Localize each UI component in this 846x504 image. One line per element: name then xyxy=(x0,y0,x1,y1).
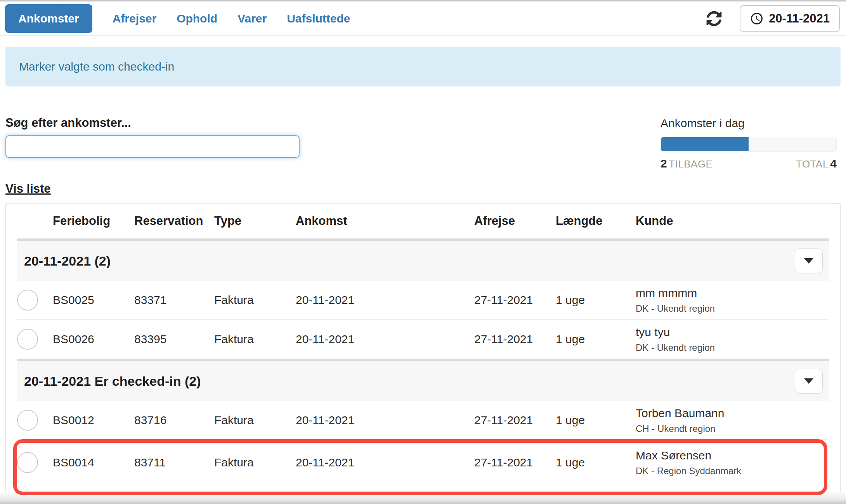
window-bottom-edge xyxy=(0,492,846,504)
column-header-afrejse: Afrejse xyxy=(474,214,556,228)
kunde-name: Torben Baumann xyxy=(636,407,829,420)
group-title: 20-11-2021 (2) xyxy=(24,254,111,269)
cell-laengde: 1 uge xyxy=(556,293,636,307)
cell-type: Faktura xyxy=(214,414,296,427)
cell-feriebolig: BS0026 xyxy=(53,333,134,346)
search-label: Søg efter ankomster... xyxy=(5,116,300,130)
remaining-label: TILBAGE xyxy=(669,158,713,170)
cell-ankomst: 20-11-2021 xyxy=(296,293,474,307)
cell-kunde: Torben Baumann CH - Ukendt region xyxy=(636,407,829,434)
tab-varer[interactable]: Varer xyxy=(238,12,267,25)
table-row[interactable]: BS0026 83395 Faktura 20-11-2021 27-11-20… xyxy=(17,320,829,359)
cell-ankomst: 20-11-2021 xyxy=(296,414,474,427)
topbar: Ankomster Afrejser Ophold Varer Uafslutt… xyxy=(0,2,846,36)
date-picker-button[interactable]: 20-11-2021 xyxy=(740,5,840,32)
table-row[interactable]: BS0012 83716 Faktura 20-11-2021 27-11-20… xyxy=(17,401,829,440)
cell-type: Faktura xyxy=(214,333,296,346)
cell-feriebolig: BS0014 xyxy=(53,456,134,469)
kunde-region: DK - Ukendt region xyxy=(636,303,829,314)
cell-reservation: 83395 xyxy=(134,333,214,346)
date-label: 20-11-2021 xyxy=(769,12,830,26)
cell-feriebolig: BS0012 xyxy=(53,414,134,427)
mark-checked-in-banner[interactable]: Marker valgte som checked-in xyxy=(5,47,841,86)
cell-reservation: 83716 xyxy=(134,414,214,427)
clock-icon xyxy=(750,12,764,26)
cell-reservation: 83711 xyxy=(134,456,214,469)
arrivals-progress-bar xyxy=(661,137,837,152)
column-header-feriebolig: Feriebolig xyxy=(53,214,134,228)
topbar-right: 20-11-2021 xyxy=(706,5,840,32)
column-header-kunde: Kunde xyxy=(636,214,829,228)
cell-laengde: 1 uge xyxy=(556,456,636,469)
kunde-name: Max Sørensen xyxy=(636,449,829,462)
cell-kunde: mm mmmm DK - Ukendt region xyxy=(636,287,829,314)
column-header-laengde: Længde xyxy=(556,214,636,228)
refresh-icon xyxy=(706,11,722,26)
remaining-stat: 2 TILBAGE xyxy=(661,157,713,170)
cell-type: Faktura xyxy=(214,293,296,307)
cell-ankomst: 20-11-2021 xyxy=(296,333,474,346)
cell-kunde: tyu tyu DK - Ukendt region xyxy=(636,326,829,353)
remaining-value: 2 xyxy=(661,157,667,170)
tab-ophold[interactable]: Ophold xyxy=(177,12,217,25)
total-label: TOTAL xyxy=(796,158,829,170)
cell-afrejse: 27-11-2021 xyxy=(474,293,556,307)
cell-afrejse: 27-11-2021 xyxy=(474,414,556,427)
kunde-region: DK - Region Syddanmark xyxy=(636,466,829,476)
controls-row: Søg efter ankomster... Ankomster i dag 2… xyxy=(5,116,837,170)
arrivals-progress-stats: 2 TILBAGE TOTAL 4 xyxy=(661,157,837,170)
refresh-button[interactable] xyxy=(706,11,722,26)
tab-ankomster[interactable]: Ankomster xyxy=(5,4,92,33)
search-input[interactable] xyxy=(5,135,300,158)
cell-laengde: 1 uge xyxy=(556,414,636,427)
cell-afrejse: 27-11-2021 xyxy=(474,456,556,469)
cell-laengde: 1 uge xyxy=(556,333,636,346)
cell-type: Faktura xyxy=(214,456,296,469)
total-value: 4 xyxy=(830,157,837,170)
cell-reservation: 83371 xyxy=(134,293,214,307)
table-row-highlighted[interactable]: BS0014 83711 Faktura 20-11-2021 27-11-20… xyxy=(17,440,829,498)
collapse-toggle-button[interactable] xyxy=(795,369,823,394)
column-header-reservation: Reservation xyxy=(134,214,214,228)
kunde-region: CH - Ukendt region xyxy=(636,423,829,434)
group-header-checked-in: 20-11-2021 Er checked-in (2) xyxy=(17,361,829,401)
tab-afrejser[interactable]: Afrejser xyxy=(113,12,156,25)
kunde-name: tyu tyu xyxy=(636,326,829,339)
cell-kunde: Max Sørensen DK - Region Syddanmark xyxy=(636,449,829,476)
cell-feriebolig: BS0025 xyxy=(53,293,134,307)
group-header-arrivals: 20-11-2021 (2) xyxy=(17,241,829,281)
collapse-toggle-button[interactable] xyxy=(795,249,823,273)
cell-ankomst: 20-11-2021 xyxy=(296,456,474,469)
tab-uafsluttede[interactable]: Uafsluttede xyxy=(287,12,350,25)
row-select-circle[interactable] xyxy=(17,329,38,350)
kunde-region: DK - Ukendt region xyxy=(636,342,829,353)
column-header-ankomst: Ankomst xyxy=(296,214,474,228)
total-stat: TOTAL 4 xyxy=(796,157,837,170)
arrivals-table-card: Feriebolig Reservation Type Ankomst Afre… xyxy=(5,203,841,502)
cell-afrejse: 27-11-2021 xyxy=(474,333,556,346)
search-block: Søg efter ankomster... xyxy=(5,116,300,158)
show-list-link[interactable]: Vis liste xyxy=(5,182,51,196)
caret-down-icon xyxy=(804,378,813,384)
row-select-circle[interactable] xyxy=(17,410,38,431)
banner-label: Marker valgte som checked-in xyxy=(19,60,174,73)
group-title: 20-11-2021 Er checked-in (2) xyxy=(24,374,201,389)
caret-down-icon xyxy=(804,258,813,264)
arrivals-today-widget: Ankomster i dag 2 TILBAGE TOTAL 4 xyxy=(661,116,837,170)
table-row[interactable]: BS0025 83371 Faktura 20-11-2021 27-11-20… xyxy=(17,281,829,320)
column-header-type: Type xyxy=(214,214,296,228)
row-select-circle[interactable] xyxy=(17,290,38,311)
kunde-name: mm mmmm xyxy=(636,287,829,300)
arrivals-progress-fill xyxy=(661,137,749,151)
table-header-row: Feriebolig Reservation Type Ankomst Afre… xyxy=(17,204,829,238)
arrivals-today-title: Ankomster i dag xyxy=(661,117,837,130)
row-select-circle[interactable] xyxy=(17,452,38,473)
